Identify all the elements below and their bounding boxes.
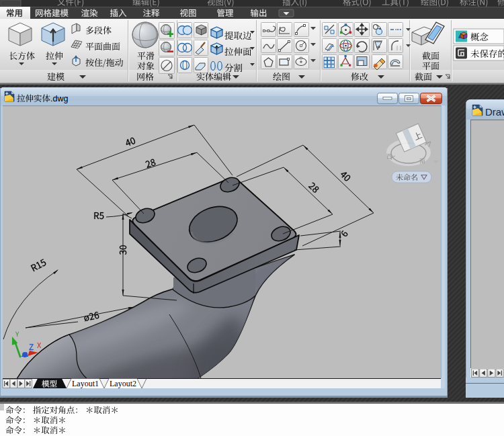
svg-text:Layout2: Layout2 <box>110 379 136 388</box>
svg-text:Layout1: Layout1 <box>72 379 99 388</box>
svg-text:Draw: Draw <box>485 106 504 118</box>
svg-text:.dwg: .dwg <box>50 94 68 103</box>
